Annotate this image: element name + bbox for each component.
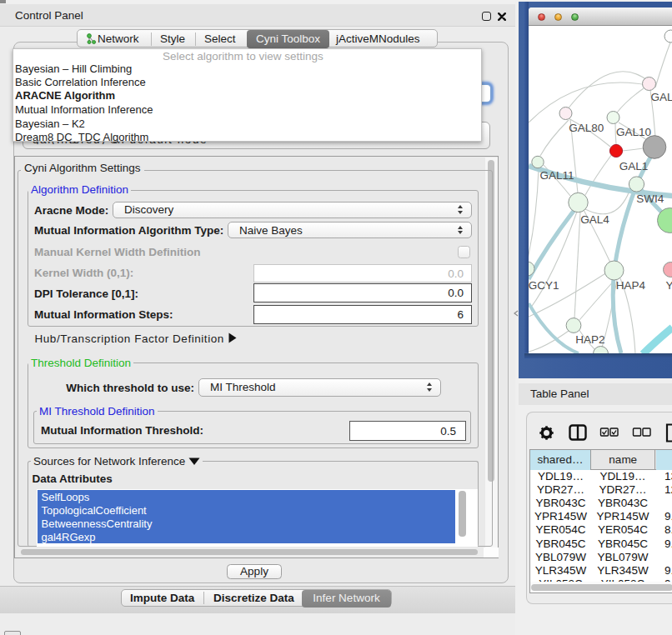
svg-text:SWI4: SWI4	[636, 192, 664, 204]
svg-text:GAL11: GAL11	[539, 168, 574, 181]
svg-text:GCY1: GCY1	[529, 279, 559, 292]
svg-text:GAL4: GAL4	[580, 213, 609, 226]
svg-text:YM: YM	[665, 279, 672, 292]
svg-text:GAL7: GAL7	[650, 91, 672, 103]
svg-text:HAP4: HAP4	[615, 279, 645, 292]
svg-text:GAL10: GAL10	[615, 125, 650, 138]
svg-text:GAL80: GAL80	[569, 121, 604, 133]
svg-text:HAP2: HAP2	[575, 332, 604, 345]
svg-text:GAL1: GAL1	[619, 160, 648, 172]
